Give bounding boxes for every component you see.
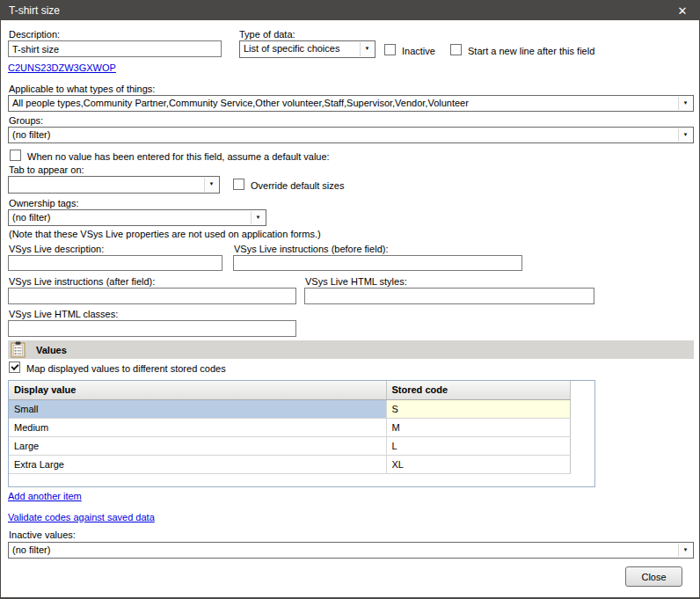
display-value-cell[interactable]: Small bbox=[9, 399, 386, 418]
stored-code-cell[interactable]: L bbox=[386, 436, 570, 455]
applicable-value: All people types,Community Partner,Commu… bbox=[12, 98, 469, 108]
ownership-tags-label: Ownership tags: bbox=[9, 198, 78, 209]
values-table-container: Display value Stored code Small S Medium… bbox=[8, 380, 595, 487]
type-of-data-label: Type of data: bbox=[239, 29, 295, 40]
override-default-sizes-label: Override default sizes bbox=[251, 180, 344, 192]
chevron-down-icon: ▼ bbox=[251, 211, 265, 224]
chevron-down-icon: ▼ bbox=[204, 178, 218, 192]
vsys-description-label: VSys Live description: bbox=[9, 244, 104, 255]
values-table: Display value Stored code Small S Medium… bbox=[9, 381, 571, 474]
chevron-down-icon: ▼ bbox=[678, 544, 692, 557]
display-value-cell[interactable]: Large bbox=[9, 436, 386, 455]
vsys-classes-input[interactable] bbox=[8, 320, 296, 337]
validate-codes-link[interactable]: Validate codes against saved data bbox=[8, 512, 155, 522]
stored-code-header[interactable]: Stored code bbox=[386, 381, 570, 399]
stored-code-cell[interactable]: XL bbox=[386, 455, 570, 473]
inactive-values-value: (no filter) bbox=[12, 544, 50, 555]
inactive-values-select[interactable]: (no filter) ▼ bbox=[8, 542, 694, 559]
start-new-line-label: Start a new line after this field bbox=[468, 46, 594, 57]
table-row[interactable]: Extra Large XL bbox=[9, 455, 570, 473]
title-bar: T-shirt size ✕ bbox=[1, 1, 699, 20]
table-row[interactable]: Medium M bbox=[9, 418, 570, 436]
stored-code-cell[interactable]: S bbox=[386, 399, 570, 418]
map-values-label: Map displayed values to different stored… bbox=[26, 363, 226, 375]
vsys-styles-input[interactable] bbox=[304, 288, 594, 304]
groups-label: Groups: bbox=[9, 115, 43, 127]
table-row[interactable]: Large L bbox=[9, 436, 570, 455]
vsys-before-input[interactable] bbox=[233, 255, 522, 271]
table-header-row: Display value Stored code bbox=[9, 381, 570, 399]
tshirt-size-dialog: T-shirt size ✕ Description: Type of data… bbox=[0, 0, 700, 599]
tab-to-appear-on-select[interactable]: ▼ bbox=[8, 176, 220, 194]
stored-code-cell[interactable]: M bbox=[386, 418, 570, 436]
description-input[interactable] bbox=[8, 40, 222, 57]
values-section-title: Values bbox=[36, 345, 67, 355]
chevron-down-icon: ▼ bbox=[678, 97, 692, 110]
assume-default-label: When no value has been entered for this … bbox=[27, 151, 330, 163]
applicable-label: Applicable to what types of things: bbox=[9, 84, 155, 95]
display-value-cell[interactable]: Medium bbox=[9, 418, 386, 436]
close-icon[interactable]: ✕ bbox=[673, 1, 692, 20]
start-new-line-checkbox[interactable] bbox=[450, 44, 462, 55]
add-another-item-link[interactable]: Add another item bbox=[8, 491, 82, 501]
display-value-header[interactable]: Display value bbox=[9, 381, 386, 399]
inactive-label: Inactive bbox=[402, 46, 435, 57]
inactive-values-label: Inactive values: bbox=[9, 530, 76, 541]
inactive-checkbox[interactable] bbox=[384, 44, 396, 55]
table-row[interactable]: Small S bbox=[9, 399, 570, 418]
ownership-tags-value: (no filter) bbox=[12, 212, 50, 223]
values-section-header: Values bbox=[8, 340, 694, 359]
vsys-styles-label: VSys Live HTML styles: bbox=[305, 276, 407, 288]
chevron-down-icon: ▼ bbox=[360, 42, 374, 56]
description-label: Description: bbox=[9, 29, 60, 40]
groups-select[interactable]: (no filter) ▼ bbox=[8, 127, 694, 143]
type-of-data-value: List of specific choices bbox=[244, 43, 339, 54]
vsys-classes-label: VSys Live HTML classes: bbox=[9, 309, 118, 320]
groups-value: (no filter) bbox=[12, 129, 50, 140]
tab-to-appear-on-label: Tab to appear on: bbox=[9, 164, 84, 176]
override-default-sizes-checkbox[interactable] bbox=[233, 179, 244, 190]
chevron-down-icon: ▼ bbox=[678, 128, 692, 142]
close-button[interactable]: Close bbox=[625, 566, 682, 587]
vsys-note: (Note that these VSys Live properties ar… bbox=[9, 229, 321, 240]
clipboard-list-icon bbox=[11, 341, 26, 358]
vsys-after-label: VSys Live instructions (after field): bbox=[9, 276, 155, 288]
display-value-cell[interactable]: Extra Large bbox=[9, 455, 386, 473]
applicable-select[interactable]: All people types,Community Partner,Commu… bbox=[8, 95, 694, 112]
map-values-checkbox[interactable] bbox=[9, 362, 20, 373]
window-title: T-shirt size bbox=[9, 4, 60, 17]
field-code-link[interactable]: C2UNS23DZW3GXWOP bbox=[8, 62, 116, 73]
vsys-before-label: VSys Live instructions (before field): bbox=[234, 244, 388, 255]
vsys-after-input[interactable] bbox=[8, 288, 296, 304]
vsys-description-input[interactable] bbox=[8, 255, 222, 271]
ownership-tags-select[interactable]: (no filter) ▼ bbox=[8, 209, 266, 226]
assume-default-checkbox[interactable] bbox=[10, 150, 21, 161]
type-of-data-select[interactable]: List of specific choices ▼ bbox=[239, 40, 376, 58]
